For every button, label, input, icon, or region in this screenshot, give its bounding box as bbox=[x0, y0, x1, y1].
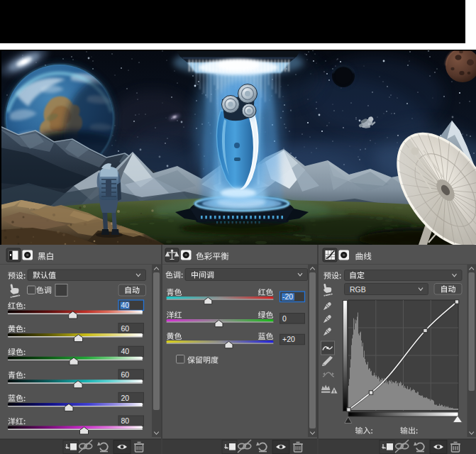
svg-text:20: 20 bbox=[121, 394, 130, 402]
svg-text:+20: +20 bbox=[282, 335, 295, 343]
svg-text:-20: -20 bbox=[282, 292, 293, 301]
svg-text:60: 60 bbox=[121, 324, 130, 333]
svg-text:80: 80 bbox=[121, 416, 130, 425]
svg-text:40: 40 bbox=[121, 347, 130, 355]
svg-text:60: 60 bbox=[121, 370, 130, 379]
svg-text:RGB: RGB bbox=[350, 285, 366, 294]
svg-text:40: 40 bbox=[121, 301, 130, 309]
svg-text:0: 0 bbox=[282, 314, 287, 323]
